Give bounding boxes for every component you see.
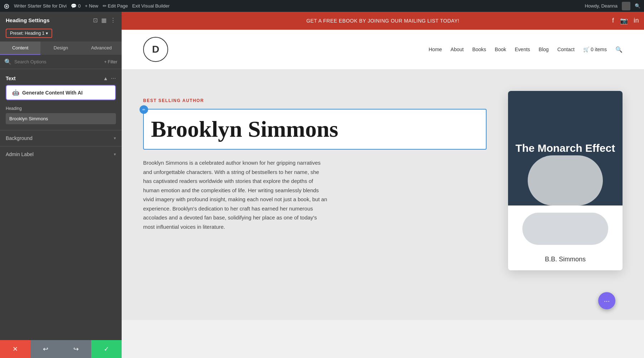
- save-icon: ✓: [104, 345, 109, 353]
- hero-left: BEST SELLING AUTHOR ✏ Brooklyn Simmons B…: [143, 91, 487, 231]
- filter-label: + Filter: [104, 59, 117, 64]
- book-title: The Monarch Effect: [508, 142, 622, 155]
- cart-count: 0 items: [591, 47, 607, 52]
- nav-events[interactable]: Events: [515, 47, 530, 52]
- undo-button[interactable]: ↩: [30, 340, 61, 358]
- background-label: Background: [6, 135, 33, 141]
- nav-contact[interactable]: Contact: [557, 47, 575, 52]
- panel-tabs: Content Design Advanced: [0, 42, 122, 55]
- notice-bar: GET A FREE EBOOK BY JOINING OUR MAILING …: [122, 12, 644, 30]
- redo-button[interactable]: ↪: [61, 340, 91, 358]
- panel-header-icons: ⊡ ▦ ⋮: [93, 17, 116, 24]
- howdy-label: Howdy, Deanna: [585, 3, 618, 9]
- fab-icon: ···: [604, 297, 610, 305]
- admin-label-accordion[interactable]: Admin Label ▾: [0, 146, 122, 162]
- new-link[interactable]: + New: [85, 3, 98, 9]
- facebook-icon[interactable]: f: [612, 17, 614, 25]
- avatar: [622, 2, 630, 10]
- panel-content: Text ▲ ⋯ 🤖 Generate Content With AI Head…: [0, 69, 122, 340]
- bottom-toolbar: ✕ ↩ ↪ ✓: [0, 340, 122, 358]
- linkedin-icon[interactable]: in: [634, 17, 639, 25]
- site-header: D Home About Books Book Events Blog Cont…: [122, 30, 644, 69]
- book-cover: The Monarch Effect: [508, 91, 623, 205]
- cart-icon[interactable]: 🛒 0 items: [583, 47, 607, 52]
- heading-label: Heading: [6, 106, 116, 111]
- tab-content[interactable]: Content: [0, 42, 40, 55]
- book-author: B.B. Simmons: [508, 251, 623, 270]
- preset-chevron-icon: ▾: [46, 31, 48, 36]
- section-title: Text: [6, 76, 16, 81]
- hero-heading[interactable]: Brooklyn Simmons: [151, 117, 479, 142]
- ai-button-label: Generate Content With AI: [22, 90, 83, 96]
- exit-visual-builder[interactable]: Exit Visual Builder: [132, 3, 170, 9]
- comment-icon: 💬: [71, 3, 77, 9]
- section-more-icon[interactable]: ⋯: [111, 76, 116, 81]
- text-section-header: Text ▲ ⋯: [0, 73, 122, 85]
- nav-search-icon[interactable]: 🔍: [615, 46, 623, 53]
- nav-blog[interactable]: Blog: [539, 47, 549, 52]
- admin-bar: ⊛ Writer Starter Site for Divi 💬 0 + New…: [0, 0, 644, 12]
- filter-button[interactable]: + Filter: [104, 59, 117, 64]
- wp-logo-icon[interactable]: ⊛: [4, 2, 10, 10]
- save-button[interactable]: ✓: [91, 340, 122, 358]
- search-icon: 🔍: [4, 58, 11, 65]
- tab-advanced[interactable]: Advanced: [81, 42, 122, 55]
- preset-label: Preset: Heading 1: [10, 31, 44, 36]
- instagram-icon[interactable]: 📷: [620, 17, 628, 25]
- panel-title: Heading Settings: [6, 17, 50, 23]
- preset-bar: Preset: Heading 1 ▾: [0, 27, 122, 42]
- heading-input[interactable]: [6, 113, 116, 124]
- logo-letter: D: [152, 44, 159, 55]
- panel-header: Heading Settings ⊡ ▦ ⋮: [0, 12, 122, 27]
- hero-section: BEST SELLING AUTHOR ✏ Brooklyn Simmons B…: [122, 69, 644, 320]
- search-bar: 🔍 + Filter: [0, 55, 122, 69]
- wing-bottom-wrapper: [508, 205, 623, 251]
- best-selling-label: BEST SELLING AUTHOR: [143, 98, 487, 103]
- section-expand-icon[interactable]: ▲: [103, 76, 108, 81]
- comments-bubble[interactable]: 💬 0: [71, 3, 80, 9]
- panel-fullscreen-icon[interactable]: ⊡: [93, 17, 98, 24]
- wing-bottom-left: [522, 213, 565, 245]
- preset-button[interactable]: Preset: Heading 1 ▾: [6, 29, 52, 38]
- heading-field-group: Heading: [0, 106, 122, 130]
- site-logo[interactable]: D: [143, 37, 168, 62]
- book-card-wrapper: The Monarch Effect B.B. Simmons: [508, 91, 623, 270]
- nav-book[interactable]: Book: [495, 47, 506, 52]
- cancel-icon: ✕: [13, 345, 18, 353]
- site-name[interactable]: Writer Starter Site for Divi: [14, 3, 67, 9]
- nav-about[interactable]: About: [450, 47, 464, 52]
- panel-more-icon[interactable]: ⋮: [110, 17, 116, 24]
- hero-bio: Brooklyn Simmons is a celebrated author …: [143, 158, 329, 231]
- heading-container[interactable]: ✏ Brooklyn Simmons: [143, 109, 487, 150]
- wing-bottom-right: [565, 213, 608, 245]
- nav-books[interactable]: Books: [472, 47, 486, 52]
- panel-columns-icon[interactable]: ▦: [101, 17, 107, 24]
- tab-design[interactable]: Design: [40, 42, 81, 55]
- cancel-button[interactable]: ✕: [0, 340, 30, 358]
- undo-icon: ↩: [43, 345, 48, 353]
- notice-bar-text: GET A FREE EBOOK BY JOINING OUR MAILING …: [306, 18, 459, 24]
- settings-panel: Heading Settings ⊡ ▦ ⋮ Preset: Heading 1…: [0, 12, 122, 358]
- edit-handle[interactable]: ✏: [140, 105, 148, 114]
- website-preview: GET A FREE EBOOK BY JOINING OUR MAILING …: [122, 12, 644, 358]
- admin-label-text: Admin Label: [6, 151, 34, 157]
- redo-icon: ↪: [73, 345, 79, 353]
- cart-symbol: 🛒: [583, 47, 589, 52]
- search-options-input[interactable]: [14, 59, 101, 64]
- generate-ai-button[interactable]: 🤖 Generate Content With AI: [6, 85, 116, 100]
- book-card: The Monarch Effect B.B. Simmons: [508, 91, 623, 270]
- wing-left: [528, 155, 567, 205]
- admin-label-chevron-icon: ▾: [114, 152, 116, 157]
- admin-search-icon[interactable]: 🔍: [635, 3, 640, 9]
- background-accordion[interactable]: Background ▾: [0, 130, 122, 146]
- wing-bottom-decoration: [515, 213, 615, 245]
- wing-right: [564, 155, 603, 205]
- ai-icon: 🤖: [12, 89, 19, 96]
- edit-page-link[interactable]: ✏ Edit Page: [103, 3, 128, 9]
- background-chevron-icon: ▾: [114, 136, 116, 141]
- fab-button[interactable]: ···: [598, 292, 615, 309]
- nav-home[interactable]: Home: [429, 47, 442, 52]
- site-nav: Home About Books Book Events Blog Contac…: [429, 46, 623, 53]
